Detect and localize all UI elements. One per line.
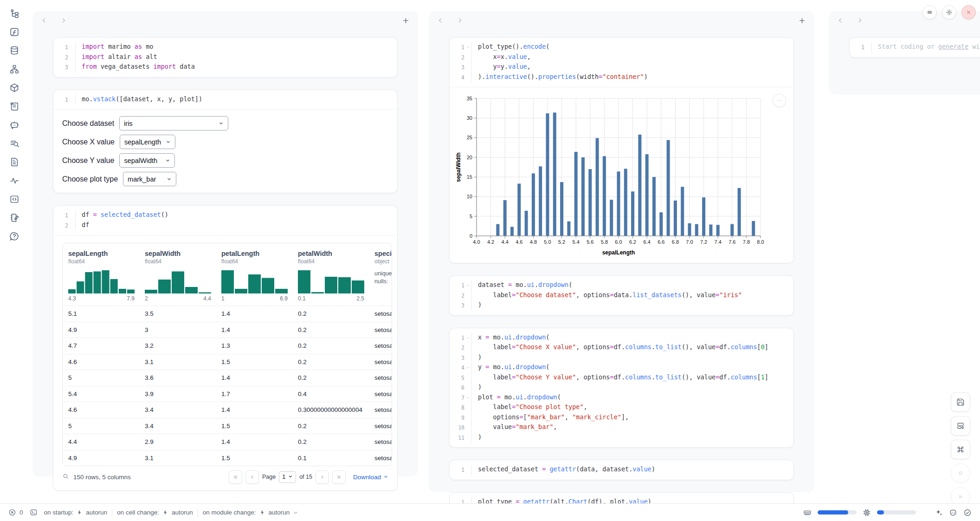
shutdown-button[interactable]: [961, 5, 976, 20]
prev-page-button[interactable]: [245, 470, 259, 484]
add-cell-button[interactable]: [402, 17, 410, 25]
fold-spacer: [68, 42, 75, 52]
copilot-status-button[interactable]: [949, 508, 957, 517]
code-cell[interactable]: 1import marimo as mo2import altair as al…: [53, 37, 398, 78]
code-line: 3from vega_datasets import data: [56, 62, 397, 72]
table-column-header[interactable]: speciesobjectunique:nulls:: [374, 250, 392, 302]
code-cell[interactable]: 1plot_type().encode(2 x=x.value,3 y=y.va…: [449, 37, 794, 263]
sidebar-button-function-square-icon[interactable]: [8, 26, 20, 38]
run-mode-1[interactable]: on cell change:autorun: [117, 509, 193, 516]
sidebar-button-document-icon[interactable]: [8, 156, 20, 168]
code-editor[interactable]: 1import marimo as mo2import altair as al…: [53, 38, 397, 77]
notebook-menu-button[interactable]: [922, 5, 937, 20]
table-row[interactable]: 4.63.41.40.30000000000000004setosa: [63, 402, 392, 418]
code-text: y = mo.ui.dropdown(: [471, 363, 793, 373]
table-column-header[interactable]: petalWidthfloat640.12.5: [298, 250, 374, 302]
stop-kernel-button[interactable]: [951, 463, 970, 483]
search-icon[interactable]: [62, 473, 69, 481]
code-editor[interactable]: 1plot_type().encode(2 x=x.value,3 y=y.va…: [450, 38, 793, 87]
column-next-button[interactable]: [857, 17, 863, 24]
column-next-button[interactable]: [457, 17, 463, 24]
ai-assist-button[interactable]: [935, 508, 943, 517]
code-editor[interactable]: 1Start coding or generate with AI: [850, 38, 980, 57]
table-row[interactable]: 4.93.11.50.1setosa: [63, 450, 392, 466]
sidebar-button-activity-icon[interactable]: [8, 175, 20, 187]
code-editor[interactable]: 1x = mo.ui.dropdown(2 label="Choose X va…: [450, 328, 793, 448]
table-row[interactable]: 5.13.51.40.2setosa: [63, 306, 392, 322]
terminal-button[interactable]: [30, 508, 38, 516]
column-prev-button[interactable]: [437, 17, 444, 24]
code-token: ): [478, 383, 482, 391]
svg-text:4.8: 4.8: [530, 239, 537, 245]
sidebar-button-hierarchy-icon[interactable]: [8, 63, 20, 75]
code-token: .: [523, 393, 527, 401]
dropdown-choose-dataset[interactable]: iris: [119, 116, 228, 130]
table-row[interactable]: 4.63.11.50.2setosa: [63, 354, 392, 370]
line-number: 1: [452, 280, 464, 291]
table-row[interactable]: 4.73.21.30.2setosa: [63, 338, 392, 354]
sidebar-button-package-icon[interactable]: [8, 82, 20, 94]
sidebar-button-file-tree-icon[interactable]: [8, 7, 20, 20]
connection-status-button[interactable]: [963, 508, 972, 517]
sidebar-button-help-chat-icon[interactable]: [8, 230, 20, 242]
dropdown-choose-y-value[interactable]: sepalWidth: [119, 153, 175, 168]
code-editor[interactable]: 1mo.vstack([dataset, x, y, plot]): [53, 90, 397, 110]
bar-chart[interactable]: 4.04.24.44.64.85.05.25.45.65.86.06.26.46…: [455, 93, 793, 259]
line-number: 3: [452, 62, 464, 72]
table-column-header[interactable]: petalLengthfloat6416.9: [221, 250, 298, 302]
line-number: 1: [852, 42, 864, 52]
code-text: ): [471, 300, 793, 311]
sidebar-button-scroll-icon[interactable]: [8, 100, 20, 112]
column-range: 4.37.9: [68, 295, 135, 302]
settings-button[interactable]: [942, 5, 956, 20]
table-column-header[interactable]: sepalLengthfloat644.37.9: [68, 250, 145, 302]
run-mode-0[interactable]: on startup:autorun: [44, 509, 108, 516]
last-page-button[interactable]: [332, 470, 346, 484]
run-mode-2[interactable]: on module change:autorun: [203, 509, 299, 516]
column-prev-button[interactable]: [41, 17, 47, 24]
command-palette-button[interactable]: [951, 440, 970, 459]
sidebar-button-code-snippet-icon[interactable]: [8, 193, 20, 205]
table-row[interactable]: 4.42.91.40.2setosa: [63, 434, 392, 450]
code-editor[interactable]: 1selected_dataset = getattr(data, datase…: [450, 460, 793, 480]
sidebar-button-chat-bot-icon[interactable]: [8, 119, 20, 131]
code-editor[interactable]: 1df = selected_dataset()2df: [53, 206, 397, 235]
layout-icon: [956, 422, 965, 430]
dropdown-label: Choose Y value: [62, 156, 114, 165]
add-cell-button[interactable]: [798, 17, 806, 25]
chart-actions-button[interactable]: [773, 94, 786, 107]
page-select[interactable]: 1: [279, 471, 296, 483]
code-editor[interactable]: 1dataset = mo.ui.dropdown(2 label="Choos…: [450, 276, 793, 315]
table-cell: 1.4: [221, 326, 298, 333]
code-cell[interactable]: 1df = selected_dataset()2dfsepalLengthfl…: [53, 205, 398, 491]
column-next-button[interactable]: [60, 17, 67, 24]
table-row[interactable]: 53.61.40.2setosa: [63, 370, 392, 386]
error-count-indicator[interactable]: 0: [8, 508, 23, 516]
sidebar-button-search-list-icon[interactable]: [8, 137, 20, 150]
code-text: ): [471, 433, 793, 443]
table-row[interactable]: 5.43.91.70.4setosa: [63, 386, 392, 402]
download-button[interactable]: Download: [353, 474, 388, 481]
code-cell[interactable]: 1mo.vstack([dataset, x, y, plot])Choose …: [53, 90, 398, 194]
sidebar-button-database-icon[interactable]: [8, 45, 20, 57]
line-number: 3: [452, 300, 464, 311]
table-row[interactable]: 4.931.40.2setosa: [63, 322, 392, 338]
column-prev-button[interactable]: [837, 17, 844, 24]
table-cell: 1.7: [221, 391, 298, 397]
code-cell[interactable]: 1dataset = mo.ui.dropdown(2 label="Choos…: [449, 275, 794, 316]
table-column-header[interactable]: sepalWidthfloat6424.4: [145, 250, 221, 302]
code-cell[interactable]: 1selected_dataset = getattr(data, datase…: [449, 460, 794, 480]
next-page-button[interactable]: [316, 470, 329, 484]
save-button[interactable]: [951, 392, 970, 412]
layout-toggle-button[interactable]: [951, 416, 970, 436]
first-page-button[interactable]: [229, 470, 242, 484]
sidebar-button-notebook-edit-icon[interactable]: [8, 212, 20, 224]
dropdown-choose-x-value[interactable]: sepalLength: [120, 135, 175, 149]
page-prev-icon: [249, 474, 255, 480]
code-token: data.: [614, 291, 633, 299]
table-row[interactable]: 53.41.50.2setosa: [63, 418, 392, 434]
code-cell[interactable]: 1x = mo.ui.dropdown(2 label="Choose X va…: [449, 328, 794, 448]
empty-code-cell[interactable]: 1Start coding or generate with AI: [849, 37, 980, 58]
column-name: petalWidth: [298, 250, 374, 257]
dropdown-choose-plot-type[interactable]: mark_bar: [123, 172, 176, 186]
